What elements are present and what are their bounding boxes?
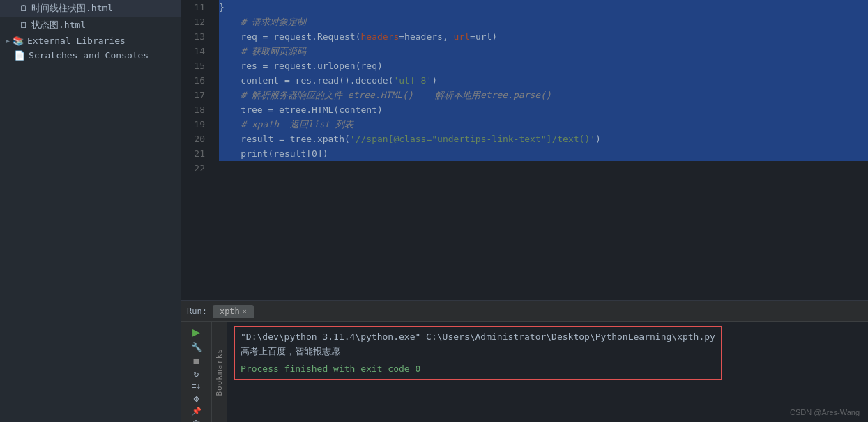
ln-16: 16 (181, 73, 209, 88)
attribution: CSDN @Ares-Wang (790, 408, 860, 416)
console-exit-line: Process finished with exit code 0 (241, 361, 715, 376)
code-line-14: # 获取网页源码 (219, 44, 868, 58)
folder-icon: 📚 (13, 36, 24, 46)
rerun-button[interactable]: ↻ (187, 368, 206, 379)
ln-18: 18 (181, 102, 209, 117)
ln-19: 19 (181, 117, 209, 132)
close-tab-icon[interactable]: ✕ (243, 307, 247, 315)
run-header: Run: xpth ✕ (181, 301, 868, 322)
html-file-icon2: 🗒 (20, 20, 28, 30)
console-output: "D:\dev\python 3.11.4\python.exe" C:\Use… (227, 322, 868, 422)
sidebar: 🗒 时间线柱状图.html 🗒 状态图.html ▶ 📚 External Li… (0, 0, 181, 422)
scratch-icon: 📄 (14, 50, 25, 61)
code-line-12: # 请求对象定制 (219, 15, 868, 29)
sidebar-item-html1[interactable]: 🗒 时间线柱状图.html (0, 0, 181, 17)
run-button[interactable]: ▶ (187, 325, 206, 339)
stop-button[interactable]: ■ (187, 355, 206, 366)
run-label: Run: (187, 306, 207, 316)
ln-12: 12 (181, 15, 209, 29)
sidebar-item-html2[interactable]: 🗒 状态图.html (0, 17, 181, 33)
code-line-11: } (219, 0, 868, 15)
ln-14: 14 (181, 44, 209, 58)
code-line-22 (219, 161, 868, 175)
code-line-19: # xpath 返回list 列表 (219, 117, 868, 132)
main-area: 11 12 13 14 15 16 17 18 19 20 21 22 } # … (181, 0, 868, 422)
code-line-17: # 解析服务器响应的文件 etree.HTML() 解析本地用etree.par… (219, 88, 868, 102)
sidebar-item-external-libraries[interactable]: ▶ 📚 External Libraries (0, 33, 181, 48)
code-line-16: content = res.read().decode('utf-8') (219, 73, 868, 88)
run-toolbar: ▶ 🔧 ■ ↻ ≡↓ ⚙ 📌 🗑 (181, 322, 212, 422)
console-output-text: 高考上百度，智能报志愿 (241, 344, 715, 359)
pin-button[interactable]: 📌 (187, 407, 206, 416)
settings-button[interactable]: ⚙ (187, 393, 206, 404)
run-panel: Run: xpth ✕ ▶ 🔧 ■ ↻ ≡↓ ⚙ 📌 🗑 Bookmarks (181, 300, 868, 422)
run-body: ▶ 🔧 ■ ↻ ≡↓ ⚙ 📌 🗑 Bookmarks "D:\dev\pytho… (181, 322, 868, 422)
code-area: 11 12 13 14 15 16 17 18 19 20 21 22 } # … (181, 0, 868, 300)
run-tab-xpth[interactable]: xpth ✕ (213, 305, 254, 318)
console-output-box: "D:\dev\python 3.11.4\python.exe" C:\Use… (234, 326, 722, 380)
line-numbers: 11 12 13 14 15 16 17 18 19 20 21 22 (181, 0, 215, 300)
code-line-21: print(result[0]) (219, 146, 868, 161)
ln-15: 15 (181, 58, 209, 73)
bookmarks-label: Bookmarks (215, 348, 224, 396)
html-file-icon: 🗒 (20, 3, 28, 13)
ln-11: 11 (181, 0, 209, 15)
code-editor: 11 12 13 14 15 16 17 18 19 20 21 22 } # … (181, 0, 868, 300)
code-line-15: res = request.urlopen(req) (219, 58, 868, 73)
code-line-20: result = tree.xpath('//span[@class="unde… (219, 132, 868, 146)
code-line-18: tree = etree.HTML(content) (219, 102, 868, 117)
folder-arrow-icon: ▶ (6, 37, 10, 45)
bookmarks-strip: Bookmarks (212, 322, 227, 422)
ln-21: 21 (181, 146, 209, 161)
scroll-button[interactable]: ≡↓ (187, 382, 206, 391)
trash-button[interactable]: 🗑 (187, 419, 206, 422)
code-content[interactable]: } # 请求对象定制 req = request.Request(headers… (215, 0, 868, 300)
ln-20: 20 (181, 132, 209, 146)
wrench-button[interactable]: 🔧 (187, 342, 206, 352)
console-cmd-line: "D:\dev\python 3.11.4\python.exe" C:\Use… (241, 329, 715, 344)
ln-13: 13 (181, 29, 209, 44)
code-line-13: req = request.Request(headers=headers, u… (219, 29, 868, 44)
ln-17: 17 (181, 88, 209, 102)
ln-22: 22 (181, 161, 209, 175)
sidebar-item-scratches[interactable]: 📄 Scratches and Consoles (0, 48, 181, 63)
